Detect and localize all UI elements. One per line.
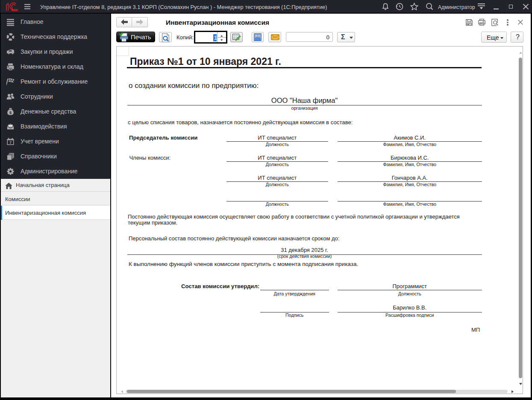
svg-text:$: $ — [9, 111, 12, 115]
svg-text:7: 7 — [9, 140, 12, 145]
